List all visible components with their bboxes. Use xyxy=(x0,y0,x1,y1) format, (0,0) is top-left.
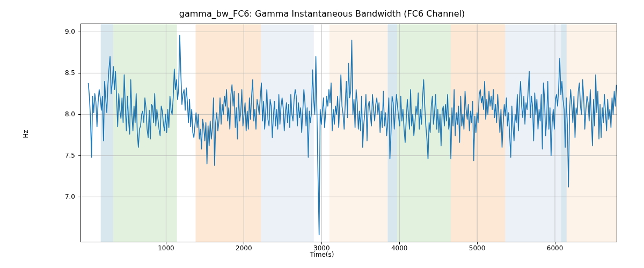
y-tick-mark xyxy=(78,197,80,197)
x-axis-label: Time(s) xyxy=(0,251,644,258)
region xyxy=(113,24,177,242)
region xyxy=(397,24,451,242)
y-axis-label: Hz xyxy=(22,130,30,138)
y-tick-label: 8.0 xyxy=(65,110,75,118)
region xyxy=(330,24,388,242)
region xyxy=(261,24,314,242)
plot-svg xyxy=(80,24,617,242)
y-tick-mark xyxy=(78,32,80,32)
y-tick-label: 8.5 xyxy=(65,69,75,77)
y-tick-label: 7.0 xyxy=(65,193,75,200)
y-tick-mark xyxy=(78,114,80,115)
chart-title: gamma_bw_FC6: Gamma Instantaneous Bandwi… xyxy=(0,9,644,19)
figure: gamma_bw_FC6: Gamma Instantaneous Bandwi… xyxy=(0,0,644,268)
y-tick-mark xyxy=(78,155,80,156)
y-tick-mark xyxy=(78,73,80,73)
y-tick-label: 7.5 xyxy=(65,152,75,159)
axes: 1000200030004000500060007.07.58.08.59.0 xyxy=(80,24,617,242)
region xyxy=(101,24,113,242)
y-tick-label: 9.0 xyxy=(65,28,75,35)
background-regions xyxy=(101,24,617,242)
